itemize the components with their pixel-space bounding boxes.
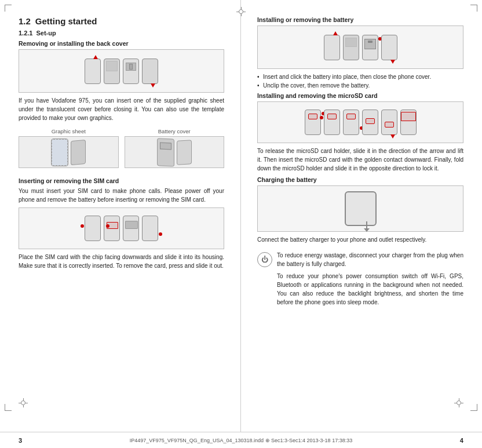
right-page: Installing or removing the battery [241, 0, 482, 432]
batt-phone-3 [362, 35, 378, 60]
charging-text: Connect the battery charger to your phon… [257, 235, 463, 244]
left-page: 1.2 Getting started 1.2.1 Set-up Removin… [0, 0, 241, 432]
crosshair-circle [239, 9, 243, 14]
battery-bullet-2: Unclip the cover, then remove the batter… [257, 81, 463, 90]
graphic-sheet-item: Graphic sheet [19, 128, 119, 168]
footer-file-info: IP4497_VF975_VF975N_QG_Eng_USA_04_130318… [130, 438, 352, 443]
sd-phone-2 [324, 110, 340, 135]
battery-bullet-1: Insert and click the battery into place,… [257, 72, 463, 81]
corner-mark-tl [5, 5, 12, 12]
back-cover-image [19, 49, 224, 93]
batt-phone-4 [381, 35, 397, 60]
crosshair-top [236, 7, 246, 16]
graphic-sheet-image [19, 136, 119, 168]
corner-mark-bl [5, 404, 12, 411]
sd-phone-3 [343, 110, 359, 135]
microsd-text: To release the microSD card holder, slid… [257, 147, 463, 173]
sd-phone-1 [305, 110, 321, 135]
phone-diagram-2 [104, 59, 120, 84]
plug-icon: ⏻ [257, 252, 272, 267]
back-cover-label: Removing or installing the back cover [19, 40, 224, 47]
graphic-cover-row: Graphic sheet Battery cover [19, 126, 224, 170]
crosshair-bottom-left [19, 398, 28, 407]
page-wrapper: 1.2 Getting started 1.2.1 Set-up Removin… [0, 0, 482, 432]
graphic-sheet-label: Graphic sheet [52, 128, 86, 134]
sim-card-image [19, 207, 224, 249]
sim-phone-3 [123, 216, 139, 241]
crosshair-bottom-right [454, 398, 463, 407]
graphic-text: If you have Vodafone 975, you can insert… [19, 96, 224, 122]
battery-image [257, 26, 463, 69]
charging-image [257, 185, 463, 232]
phone-diagram-1 [85, 59, 101, 84]
sim-place-text: Place the SIM card with the chip facing … [19, 253, 224, 270]
subsection-number: 1.2.1 [19, 30, 32, 37]
battery-bullet-list: Insert and click the battery into place,… [257, 72, 463, 90]
sim-phone-4 [142, 216, 158, 241]
sd-phone-5 [381, 110, 397, 135]
corner-mark-tr [470, 5, 477, 12]
section-title: Getting started [35, 16, 97, 26]
charging-section-label: Charging the battery [257, 176, 463, 183]
batt-phone-2 [343, 35, 359, 60]
sd-phone-4 [362, 110, 378, 135]
note1-text: To reduce energy wastage, disconnect you… [277, 251, 463, 268]
page-number-left: 3 [19, 437, 22, 444]
corner-mark-br [470, 404, 477, 411]
page-number-right: 4 [460, 437, 463, 444]
note-box-2: To reduce your phone's power consumption… [257, 272, 463, 307]
subsection-title: Set-up [36, 30, 56, 37]
footer: 3 IP4497_VF975_VF975N_QG_Eng_USA_04_1303… [0, 432, 482, 448]
note-box-1: ⏻ To reduce energy wastage, disconnect y… [257, 251, 463, 268]
phone-diagram-4 [142, 59, 158, 84]
battery-section-label: Installing or removing the battery [257, 16, 463, 23]
sim-phone-1 [85, 216, 101, 241]
note2-text: To reduce your phone's power consumption… [277, 272, 463, 307]
sim-section-label: Inserting or removing the SIM card [19, 177, 224, 184]
microsd-image [257, 101, 463, 143]
battery-cover-image [125, 136, 225, 168]
batt-phone-1 [324, 35, 340, 60]
microsd-section-label: Installing and removing the microSD card [257, 92, 463, 99]
sim-phone-2 [104, 216, 120, 241]
battery-cover-item: Battery cover [125, 128, 225, 168]
sim-text: You must insert your SIM card to make ph… [19, 187, 224, 204]
battery-cover-label: Battery cover [158, 128, 191, 134]
phone-diagram-3 [123, 59, 139, 84]
section-number: 1.2 [19, 16, 31, 26]
sd-phone-6 [400, 110, 417, 135]
